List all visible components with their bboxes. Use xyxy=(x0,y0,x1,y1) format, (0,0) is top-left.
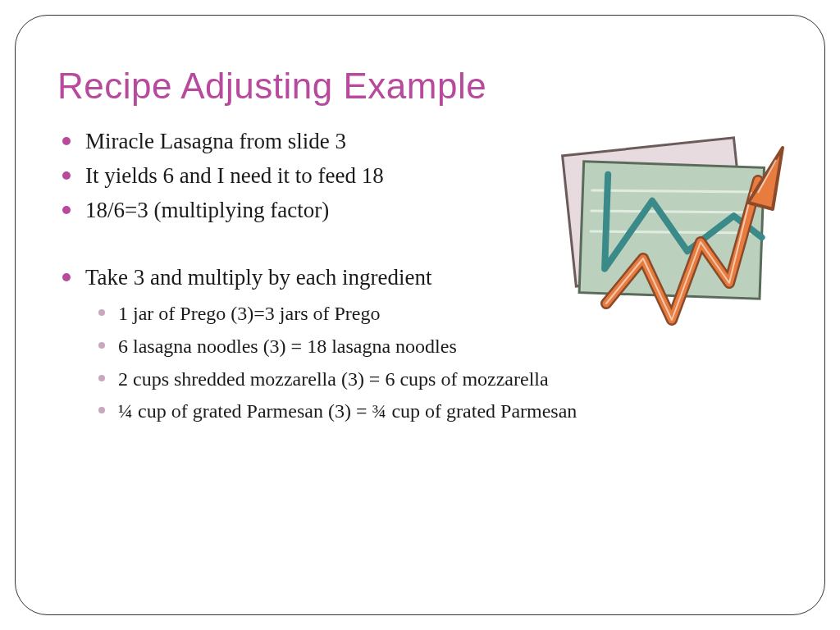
sub-bullet-item: 2 cups shredded mozzarella (3) = 6 cups … xyxy=(115,363,783,396)
bullet-text: Take 3 and multiply by each ingredient xyxy=(85,265,431,290)
slide-title: Recipe Adjusting Example xyxy=(57,66,783,107)
sub-bullet-item: ¼ cup of grated Parmesan (3) = ¾ cup of … xyxy=(115,395,783,428)
chart-clipart-icon xyxy=(536,127,791,357)
